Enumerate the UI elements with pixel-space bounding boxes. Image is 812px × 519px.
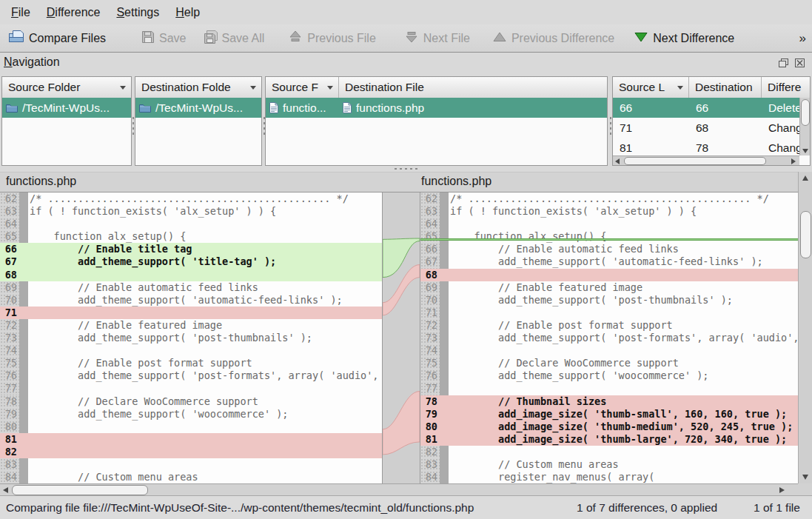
scroll-down-icon[interactable] xyxy=(802,149,808,153)
source-folder-value: /TecMint-WpUs... xyxy=(22,98,110,118)
line-marker xyxy=(19,421,28,433)
diff-horizontal-scrollbar[interactable] xyxy=(0,483,798,495)
menu-item[interactable]: File xyxy=(3,0,38,24)
dock-close-button[interactable] xyxy=(794,58,805,68)
dock-resize-handle[interactable] xyxy=(393,167,418,170)
toolbar: Compare Files Save Save All Previous Fil… xyxy=(0,24,812,53)
code-line: 62 /* ..................................… xyxy=(0,192,382,205)
menu-item[interactable]: Difference xyxy=(38,0,109,24)
code-line: 73 add_theme_support( 'post-thumbnails' … xyxy=(0,332,382,344)
difference-destination-line: 68 xyxy=(689,118,762,138)
sort-indicator-icon xyxy=(327,86,333,90)
line-number: 77 xyxy=(420,382,440,395)
destination-folder-panel: Destination Folde /TecMint-WpUs... xyxy=(135,76,262,166)
line-text xyxy=(449,344,798,357)
scroll-left-icon[interactable] xyxy=(615,158,620,164)
source-folder-header[interactable]: Source Folder xyxy=(2,77,131,98)
line-number: 84 xyxy=(0,471,19,483)
line-text xyxy=(28,344,382,357)
destination-line-header[interactable]: Destination xyxy=(689,77,762,98)
scroll-right-icon[interactable] xyxy=(791,158,796,164)
line-marker xyxy=(19,332,28,344)
source-file-header[interactable]: Source F xyxy=(266,77,339,98)
code-line: 84 register_nav_menus( array( xyxy=(420,471,798,483)
line-marker xyxy=(19,319,28,332)
status-message: Comparing file file:///TecMint-WpUseOf-S… xyxy=(6,501,474,515)
toolbar-overflow-button[interactable]: » xyxy=(799,24,806,52)
difference-list-vertical-scrollbar[interactable] xyxy=(799,98,810,155)
line-number: 66 xyxy=(420,243,440,255)
scrollbar-thumb[interactable] xyxy=(801,99,810,126)
menu-item[interactable]: Help xyxy=(167,0,208,24)
line-text xyxy=(28,218,382,230)
next-difference-icon xyxy=(634,31,648,46)
save-all-button: Save All xyxy=(198,30,272,47)
scroll-right-icon[interactable] xyxy=(779,487,785,493)
line-number: 75 xyxy=(0,357,19,369)
scrollbar-thumb[interactable] xyxy=(800,211,811,258)
line-marker xyxy=(19,446,28,458)
sort-indicator-icon xyxy=(677,86,683,90)
destination-file-header[interactable]: Destination File xyxy=(339,77,607,98)
source-folder-row[interactable]: /TecMint-WpUs... xyxy=(2,98,131,118)
code-line: 64 xyxy=(0,218,382,230)
scroll-down-icon[interactable] xyxy=(802,475,808,480)
difference-row[interactable]: 81 78 Changed xyxy=(613,138,799,158)
line-number: 81 xyxy=(420,433,440,446)
code-line: 81 xyxy=(0,433,382,446)
difference-type-header[interactable]: Differe xyxy=(762,77,810,98)
line-marker xyxy=(19,344,28,357)
menu-bar: File Difference Settings Help xyxy=(0,0,812,24)
line-number: 79 xyxy=(0,408,19,421)
source-line-header[interactable]: Source L xyxy=(613,77,689,98)
line-marker xyxy=(440,433,449,446)
destination-folder-row[interactable]: /TecMint-WpUs... xyxy=(135,98,261,118)
line-text: add_image_size( 'thumb-large', 720, 340,… xyxy=(449,433,798,446)
navigation-dock: Navigation Source Folder /TecMint-WpUs..… xyxy=(0,53,812,172)
code-line: 70 add_theme_support( 'automatic-feed-li… xyxy=(0,294,382,307)
next-difference-button[interactable]: Next Difference xyxy=(627,31,741,46)
scroll-up-icon[interactable] xyxy=(802,175,808,181)
line-marker xyxy=(440,421,449,433)
compare-files-button[interactable]: Compare Files xyxy=(1,30,113,47)
line-text: // Custom menu areas xyxy=(449,458,798,471)
scrollbar-thumb[interactable] xyxy=(624,157,766,165)
code-line: 66 // Enable automatic feed links xyxy=(420,243,798,255)
line-text xyxy=(449,218,798,230)
difference-list-horizontal-scrollbar[interactable] xyxy=(613,155,799,165)
code-line: 77 xyxy=(0,382,382,395)
line-text xyxy=(449,382,798,395)
next-file-label: Next File xyxy=(423,32,470,45)
code-line: 69 // Enable automatic feed links xyxy=(0,281,382,294)
scroll-left-icon[interactable] xyxy=(3,487,8,493)
line-marker xyxy=(440,255,449,268)
line-text: add_theme_support( 'woocommerce' ); xyxy=(449,369,798,382)
destination-diff-pane[interactable]: 62 /* ..................................… xyxy=(420,192,798,483)
line-number: 82 xyxy=(420,446,440,458)
destination-folder-header[interactable]: Destination Folde xyxy=(135,77,261,98)
line-number: 80 xyxy=(420,421,440,433)
dock-restore-button[interactable] xyxy=(778,58,789,68)
line-text: add_theme_support( 'title-tag' ); xyxy=(28,255,382,268)
line-number: 62 xyxy=(0,192,19,205)
code-line: 65 function alx_setup() { xyxy=(420,230,798,243)
file-row[interactable]: functio... functions.php xyxy=(266,98,607,118)
code-line: 84 // Custom menu areas xyxy=(0,471,382,483)
line-marker xyxy=(440,382,449,395)
line-marker xyxy=(19,218,28,230)
line-text xyxy=(449,269,798,281)
difference-row[interactable]: 71 68 Changed xyxy=(613,118,799,138)
difference-row[interactable]: 66 66 Deleted xyxy=(613,98,799,118)
code-line: 82 xyxy=(420,446,798,458)
line-marker xyxy=(19,230,28,243)
scrollbar-thumb[interactable] xyxy=(12,485,148,495)
code-line: 74 xyxy=(0,344,382,357)
source-diff-pane[interactable]: 62 /* ..................................… xyxy=(0,192,383,483)
line-number: 77 xyxy=(0,382,19,395)
code-line: 76 add_theme_support( 'post-formats', ar… xyxy=(0,369,382,382)
line-number: 64 xyxy=(0,218,19,230)
diff-vertical-scrollbar[interactable] xyxy=(798,172,812,483)
menu-item[interactable]: Settings xyxy=(108,0,167,24)
destination-folder-value: /TecMint-WpUs... xyxy=(155,98,243,118)
save-all-label: Save All xyxy=(222,32,265,45)
